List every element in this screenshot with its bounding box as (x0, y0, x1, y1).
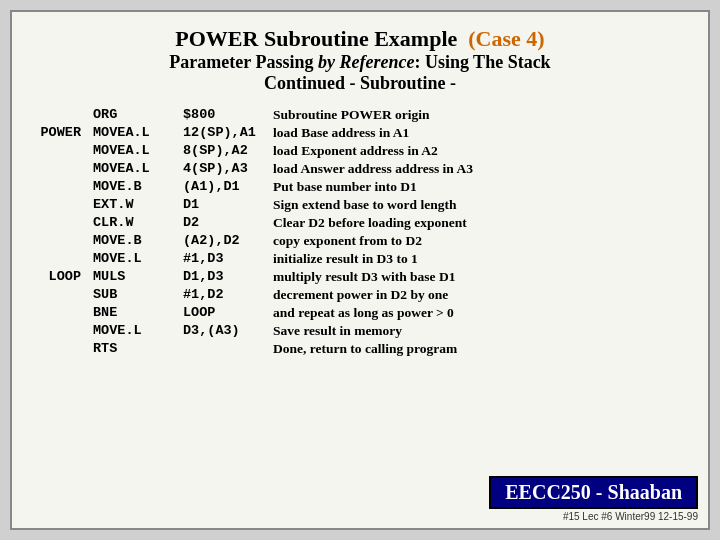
row-pre-label: LOOP (32, 268, 87, 286)
row-comment: Done, return to calling program (267, 340, 688, 358)
code-table: ORG$800Subroutine POWER originPOWERMOVEA… (32, 106, 688, 358)
table-row: MOVEA.L8(SP),A2load Exponent address in … (32, 142, 688, 160)
table-row: EXT.WD1Sign extend base to word length (32, 196, 688, 214)
table-row: LOOPMULSD1,D3multiply result D3 with bas… (32, 268, 688, 286)
table-row: BNELOOPand repeat as long as power > 0 (32, 304, 688, 322)
row-instruction: SUB (87, 286, 177, 304)
table-row: MOVE.L#1,D3initialize result in D3 to 1 (32, 250, 688, 268)
footer-badge: EECC250 - Shaaban (489, 476, 698, 509)
row-comment: load Answer address address in A3 (267, 160, 688, 178)
row-operand: 4(SP),A3 (177, 160, 267, 178)
footer-bar: EECC250 - Shaaban #15 Lec #6 Winter99 12… (22, 476, 698, 522)
row-instruction: MOVEA.L (87, 124, 177, 142)
row-comment: Save result in memory (267, 322, 688, 340)
row-instruction: MOVEA.L (87, 160, 177, 178)
row-pre-label (32, 160, 87, 178)
title-line2: Parameter Passing by Reference: Using Th… (32, 52, 688, 73)
row-operand: D1,D3 (177, 268, 267, 286)
row-operand: #1,D3 (177, 250, 267, 268)
row-comment: load Exponent address in A2 (267, 142, 688, 160)
table-row: ORG$800Subroutine POWER origin (32, 106, 688, 124)
row-comment: and repeat as long as power > 0 (267, 304, 688, 322)
table-row: CLR.WD2Clear D2 before loading exponent (32, 214, 688, 232)
row-pre-label (32, 214, 87, 232)
row-comment: Subroutine POWER origin (267, 106, 688, 124)
row-pre-label (32, 340, 87, 358)
slide: POWER Subroutine Example (Case 4) Parame… (10, 10, 710, 530)
title-case: (Case 4) (468, 26, 544, 51)
row-instruction: MOVE.B (87, 232, 177, 250)
row-instruction: CLR.W (87, 214, 177, 232)
title-line3: Continued - Subroutine - (32, 73, 688, 94)
row-comment: decrement power in D2 by one (267, 286, 688, 304)
row-instruction: MOVEA.L (87, 142, 177, 160)
row-pre-label (32, 304, 87, 322)
row-pre-label (32, 286, 87, 304)
row-operand: LOOP (177, 304, 267, 322)
row-pre-label (32, 322, 87, 340)
row-operand: D1 (177, 196, 267, 214)
row-instruction: MOVE.L (87, 322, 177, 340)
row-comment: Sign extend base to word length (267, 196, 688, 214)
row-operand: 12(SP),A1 (177, 124, 267, 142)
row-pre-label: POWER (32, 124, 87, 142)
row-instruction: MOVE.L (87, 250, 177, 268)
table-row: SUB#1,D2decrement power in D2 by one (32, 286, 688, 304)
row-operand (177, 340, 267, 358)
row-instruction: RTS (87, 340, 177, 358)
row-pre-label (32, 106, 87, 124)
row-comment: Put base number into D1 (267, 178, 688, 196)
row-instruction: EXT.W (87, 196, 177, 214)
row-operand: #1,D2 (177, 286, 267, 304)
row-pre-label (32, 196, 87, 214)
row-comment: copy exponent from to D2 (267, 232, 688, 250)
row-pre-label (32, 232, 87, 250)
row-pre-label (32, 178, 87, 196)
row-operand: D3,(A3) (177, 322, 267, 340)
row-instruction: MULS (87, 268, 177, 286)
row-comment: load Base address in A1 (267, 124, 688, 142)
row-comment: multiply result D3 with base D1 (267, 268, 688, 286)
row-operand: (A2),D2 (177, 232, 267, 250)
row-instruction: ORG (87, 106, 177, 124)
table-row: POWERMOVEA.L12(SP),A1load Base address i… (32, 124, 688, 142)
table-row: MOVE.B(A1),D1Put base number into D1 (32, 178, 688, 196)
table-row: RTSDone, return to calling program (32, 340, 688, 358)
row-operand: $800 (177, 106, 267, 124)
row-operand: 8(SP),A2 (177, 142, 267, 160)
footer-meta: #15 Lec #6 Winter99 12-15-99 (563, 511, 698, 522)
row-operand: D2 (177, 214, 267, 232)
row-operand: (A1),D1 (177, 178, 267, 196)
row-instruction: MOVE.B (87, 178, 177, 196)
table-row: MOVE.LD3,(A3)Save result in memory (32, 322, 688, 340)
row-instruction: BNE (87, 304, 177, 322)
row-pre-label (32, 250, 87, 268)
row-pre-label (32, 142, 87, 160)
row-comment: Clear D2 before loading exponent (267, 214, 688, 232)
row-comment: initialize result in D3 to 1 (267, 250, 688, 268)
table-row: MOVEA.L4(SP),A3load Answer address addre… (32, 160, 688, 178)
title-line1: POWER Subroutine Example (Case 4) (32, 26, 688, 52)
title-block: POWER Subroutine Example (Case 4) Parame… (32, 26, 688, 100)
title-pre: POWER Subroutine Example (175, 26, 457, 51)
table-row: MOVE.B(A2),D2copy exponent from to D2 (32, 232, 688, 250)
